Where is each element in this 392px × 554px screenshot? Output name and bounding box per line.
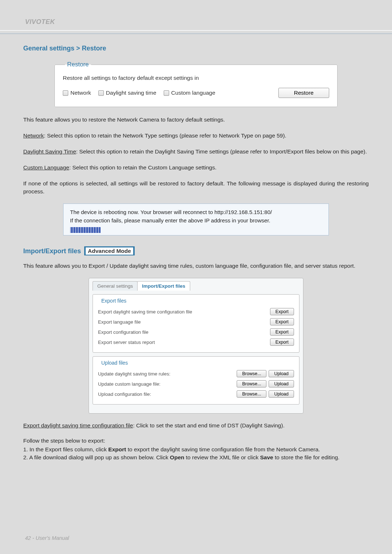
tab-general-settings[interactable]: General settings: [93, 281, 138, 291]
upload-files-legend: Upload files: [99, 360, 130, 366]
checkbox-network-label: Network: [70, 90, 91, 96]
advanced-mode-badge: Advanced Mode: [84, 246, 135, 255]
browse-dst-button[interactable]: Browse...: [237, 370, 266, 377]
checkbox-network[interactable]: Network: [63, 90, 91, 96]
advanced-mode-text: Advanced Mode: [86, 247, 133, 255]
export-files-legend: Export files: [99, 298, 128, 304]
export-status-button[interactable]: Export: [270, 338, 294, 346]
reboot-line1: The device is rebooting now. Your browse…: [70, 209, 322, 215]
export-lang-button[interactable]: Export: [270, 318, 294, 325]
export-row-lang: Export language file Export: [98, 317, 294, 327]
export-config-button[interactable]: Export: [270, 328, 294, 336]
tab-strip: General settings Import/Export files: [93, 281, 299, 291]
step2-post: to store the file for editing.: [273, 454, 340, 460]
para-lang: Custom Language: Select this option to r…: [23, 164, 369, 172]
export-row-status: Export server status report Export: [98, 337, 294, 347]
upload-row-dst: Update daylight saving time rules: Brows…: [98, 369, 294, 379]
restore-button[interactable]: Restore: [278, 88, 329, 98]
step-2: 2. A file download dialog will pop up as…: [30, 454, 369, 461]
upload-row-lang: Update custom language file: Browse... U…: [98, 379, 294, 389]
para-dst: Daylight Saving Time: Select this option…: [23, 148, 369, 156]
section2-text: Import/Export files: [23, 247, 81, 255]
step1-post: to export the daylight saving time confi…: [126, 446, 320, 452]
browse-lang-button[interactable]: Browse...: [237, 380, 266, 387]
page-footer-number: 42 - User's Manual: [25, 535, 69, 541]
restore-legend: Restore: [65, 61, 91, 68]
step-1: 1. In the Export files column, click Exp…: [30, 446, 369, 454]
browse-config-button[interactable]: Browse...: [237, 390, 266, 398]
checkbox-lang-label: Custom language: [171, 90, 216, 96]
export-files-fieldset: Export files Export daylight saving time…: [93, 294, 299, 353]
export-row-config: Export configuration file Export: [98, 327, 294, 337]
upload-lang-button[interactable]: Upload: [269, 380, 294, 387]
checkbox-lang-input[interactable]: [164, 90, 169, 96]
para-lang-text: : Select this option to retain the Custo…: [69, 164, 217, 171]
export-lang-label: Export language file: [98, 319, 268, 325]
checkbox-dst-label: Daylight saving time: [106, 90, 156, 96]
restore-description: Restore all settings to factory default …: [63, 75, 329, 81]
para-dst-text: : Select this option to retain the Dayli…: [76, 148, 367, 155]
section-title-import-export: Import/Export files Advanced Mode: [23, 246, 369, 255]
upload-row-config: Upload configuration file: Browse... Upl…: [98, 389, 294, 399]
para-network-text: : Select this option to retain the Netwo…: [44, 132, 286, 139]
upload-dst-label: Update daylight saving time rules:: [98, 371, 234, 377]
para-network-label: Network: [23, 132, 44, 139]
checkbox-lang[interactable]: Custom language: [164, 90, 216, 96]
para-none: If none of the options is selected, all …: [23, 180, 369, 196]
document-page: VIVOTEK General settings > Restore Resto…: [0, 0, 392, 554]
section-title-restore: General settings > Restore: [23, 45, 369, 52]
reboot-progress-bar: [70, 227, 101, 233]
para-dst-label: Daylight Saving Time: [23, 148, 76, 155]
export-dst-label: Export daylight saving time configuratio…: [98, 309, 268, 315]
follow-steps: Follow the steps below to export:: [23, 438, 369, 444]
export-dst-text: : Click to set the start and end time of…: [133, 422, 285, 428]
export-config-label: Export configuration file: [98, 329, 268, 335]
export-status-label: Export server status report: [98, 340, 268, 345]
step1-pre: 1. In the Export files column, click: [23, 446, 108, 452]
import-export-screenshot: General settings Import/Export files Exp…: [89, 278, 303, 414]
upload-dst-button[interactable]: Upload: [269, 370, 294, 377]
page-header: VIVOTEK: [0, 0, 392, 31]
checkbox-dst-input[interactable]: [98, 90, 104, 96]
checkbox-network-input[interactable]: [63, 90, 68, 96]
step1-bold: Export: [108, 446, 126, 452]
para-export-dst: Export daylight saving time configuratio…: [23, 422, 369, 430]
step2-bold2: Save: [260, 454, 273, 460]
brand-logo: VIVOTEK: [25, 18, 55, 26]
restore-options-row: Network Daylight saving time Custom lang…: [63, 88, 329, 98]
export-row-dst: Export daylight saving time configuratio…: [98, 307, 294, 317]
step2-mid: to review the XML file or click: [184, 454, 260, 460]
reboot-line2: If the connection fails, please manually…: [70, 217, 322, 223]
export-dst-u-label: Export daylight saving time configuratio…: [23, 422, 133, 428]
page-content: General settings > Restore Restore Resto…: [23, 31, 369, 461]
step2-pre: 2. A file download dialog will pop up as…: [23, 454, 170, 460]
step2-bold1: Open: [170, 454, 184, 460]
para-import-intro: This feature allows you to Export / Upda…: [23, 262, 369, 270]
reboot-message-box: The device is rebooting now. Your browse…: [63, 204, 329, 235]
para-network: Network: Select this option to retain th…: [23, 132, 369, 140]
tab-import-export[interactable]: Import/Export files: [137, 281, 190, 291]
checkbox-dst[interactable]: Daylight saving time: [98, 90, 156, 96]
upload-config-button[interactable]: Upload: [269, 390, 294, 398]
para-intro: This feature allows you to restore the N…: [23, 116, 369, 124]
upload-files-fieldset: Upload files Update daylight saving time…: [93, 356, 299, 405]
upload-config-label: Upload configuration file:: [98, 391, 234, 397]
upload-lang-label: Update custom language file:: [98, 381, 234, 387]
export-dst-button[interactable]: Export: [270, 308, 294, 315]
restore-fieldset: Restore Restore all settings to factory …: [54, 61, 338, 107]
para-lang-label: Custom Language: [23, 164, 69, 171]
